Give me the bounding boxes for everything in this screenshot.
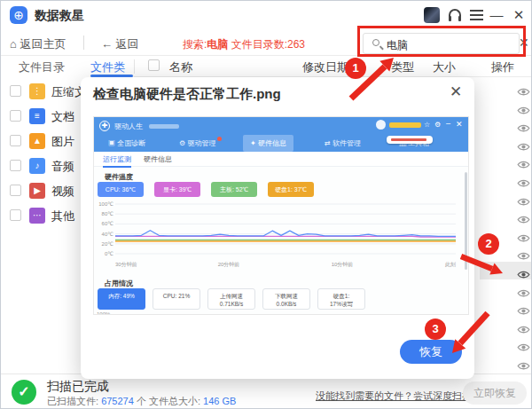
preview-scrollbar: [465, 172, 467, 270]
column-size[interactable]: 大小: [433, 59, 456, 75]
search-input[interactable]: 电脑: [363, 33, 520, 54]
preview-thumb-icon: ☆: [424, 121, 430, 129]
preview-eye-icon[interactable]: [480, 280, 532, 298]
preview-modal: 检查电脑硬件是否正常工作.png ✕ ✚ 驱动人生 ☆ ⚙ – ✕ ▣ 全面诊断…: [81, 77, 474, 379]
clear-search-icon[interactable]: ✕: [519, 35, 529, 50]
preview-user-name-blur: [389, 122, 421, 128]
preview-subtab-1: 运行监测: [103, 154, 131, 168]
preview-subtab-2: 硬件信息: [144, 154, 172, 164]
preview-eye-icon[interactable]: [480, 98, 532, 115]
column-name[interactable]: 名称: [169, 59, 192, 75]
usage-section-label: 占用情况: [105, 279, 133, 288]
svg-text:0℃: 0℃: [105, 251, 113, 256]
tab-file-directory[interactable]: 文件目录: [19, 59, 65, 75]
usage-chip: CPU: 21%: [153, 288, 200, 310]
title-bar: ⊕ 数据救星 — ✕: [1, 1, 532, 29]
temperature-chip: 显卡: 39℃: [154, 182, 200, 197]
size-prefix: 文件总大小:: [149, 396, 203, 406]
usage-chip: 内存: 49%: [98, 288, 145, 310]
sidebar-item-label: 图片: [51, 134, 74, 150]
temperature-chip: CPU: 36℃: [98, 182, 144, 197]
actions-eye-column: [480, 77, 532, 374]
preview-eye-icon[interactable]: [480, 170, 532, 188]
preview-eye-icon[interactable]: [480, 262, 532, 279]
table-header: 名称 修改日期 类型 大小 操作: [134, 56, 532, 77]
preview-eye-icon[interactable]: [480, 317, 532, 334]
home-button[interactable]: ⌂ 返回主页: [10, 36, 66, 52]
files-prefix: 已扫描文件:: [47, 396, 101, 406]
preview-eye-icon[interactable]: [480, 298, 532, 316]
preview-eye-icon[interactable]: [480, 189, 532, 207]
preview-app-subtabs: 运行监测硬件信息: [94, 152, 469, 167]
toolbar: ⌂ 返回主页 ← 返回 搜索:电脑 文件目录数:263 电脑 ✕: [1, 29, 532, 56]
checkbox[interactable]: [10, 110, 21, 122]
column-type[interactable]: 类型: [391, 59, 414, 75]
preview-eye-icon[interactable]: [480, 79, 532, 97]
preview-app-version-blur: [149, 124, 179, 129]
checkbox[interactable]: [10, 209, 21, 221]
modal-close-icon[interactable]: ✕: [450, 83, 462, 101]
search-summary-prefix: 搜索:: [183, 38, 207, 51]
temperature-chart: 100℃80℃60℃40℃20℃0℃30分钟前20分钟前10分钟前此刻: [98, 201, 461, 273]
scan-details: 已扫描文件: 675274 个 文件总大小: 146 GB: [47, 395, 236, 408]
size-value: 146 GB: [203, 396, 236, 406]
usage-chip: 硬盘1:17%读写: [317, 288, 365, 310]
preview-eye-icon[interactable]: [480, 134, 532, 152]
preview-app-titlebar: ✚ 驱动人生 ☆ ⚙ – ✕: [94, 117, 469, 135]
back-button[interactable]: ← 返回: [101, 36, 139, 52]
preview-tab-2: ⚙ 驱动管理: [172, 135, 223, 152]
preview-tab-3: ✦ 硬件信息: [243, 135, 293, 152]
preview-app-logo-icon: ✚: [99, 121, 110, 131]
checkbox[interactable]: [10, 85, 21, 97]
header-divider: [134, 59, 135, 74]
preview-eye-icon[interactable]: [480, 353, 532, 371]
sidebar-item-label: 其他: [51, 208, 74, 224]
svg-text:80℃: 80℃: [102, 211, 114, 216]
deep-scan-link[interactable]: 没能找到需要的文件？尝试深度扫描: [316, 389, 472, 403]
image-preview: ✚ 驱动人生 ☆ ⚙ – ✕ ▣ 全面诊断⚙ 驱动管理✦ 硬件信息⇄ 软件管理▦…: [93, 116, 469, 315]
checkbox[interactable]: [10, 135, 21, 146]
document-icon: ≡: [29, 108, 45, 124]
preview-tab-1: ▣ 全面诊断: [101, 135, 153, 152]
search-icon: [372, 39, 379, 46]
preview-tab-4: ⇄ 软件管理: [317, 135, 368, 152]
preview-user-avatar: [376, 120, 386, 130]
audio-icon: ♪: [29, 158, 45, 174]
temperature-chip: 主板: 52℃: [211, 182, 257, 197]
preview-eye-icon[interactable]: [480, 243, 532, 261]
checkbox[interactable]: [10, 160, 21, 171]
preview-tooltip: [387, 136, 433, 144]
menu-icon[interactable]: [470, 10, 483, 23]
preview-eye-icon[interactable]: [480, 225, 532, 243]
sidebar-item-label: 文档: [51, 109, 74, 125]
user-avatar[interactable]: [424, 7, 440, 23]
column-modified-date[interactable]: 修改日期: [302, 59, 348, 75]
recover-now-button[interactable]: 立即恢复: [463, 381, 527, 405]
minimize-button[interactable]: —: [489, 7, 504, 23]
select-all-checkbox[interactable]: [148, 59, 160, 71]
video-icon: ▶: [29, 183, 45, 199]
checkbox[interactable]: [10, 185, 21, 196]
search-input-value: 电脑: [387, 38, 408, 53]
scan-status: 扫描已完成: [47, 379, 109, 395]
search-summary-term: 电脑: [207, 38, 228, 51]
preview-eye-icon[interactable]: [480, 207, 532, 224]
preview-eye-icon[interactable]: [480, 115, 532, 133]
status-bar: ✓ 扫描已完成 已扫描文件: 675274 个 文件总大小: 146 GB 没能…: [1, 374, 532, 409]
zip-file-icon: ⋮: [29, 83, 45, 99]
preview-close-icon: ✕: [456, 120, 463, 129]
support-headset-icon[interactable]: [449, 9, 461, 17]
usage-chart-axis-label: 100%: [97, 311, 110, 315]
preview-eye-icon[interactable]: [480, 334, 532, 352]
notification-badge: [217, 137, 222, 141]
column-actions[interactable]: 操作: [491, 59, 514, 75]
close-button[interactable]: ✕: [512, 7, 526, 23]
recover-button[interactable]: 恢复: [400, 340, 462, 364]
preview-eye-icon[interactable]: [480, 152, 532, 169]
app-title: 数据救星: [35, 8, 84, 24]
svg-text:30分钟前: 30分钟前: [115, 261, 137, 267]
other-icon: ⋯: [29, 208, 45, 224]
temperature-section-label: 硬件温度: [105, 172, 133, 182]
sidebar-item-label: 视频: [51, 184, 74, 200]
image-icon: ▲: [29, 133, 45, 149]
